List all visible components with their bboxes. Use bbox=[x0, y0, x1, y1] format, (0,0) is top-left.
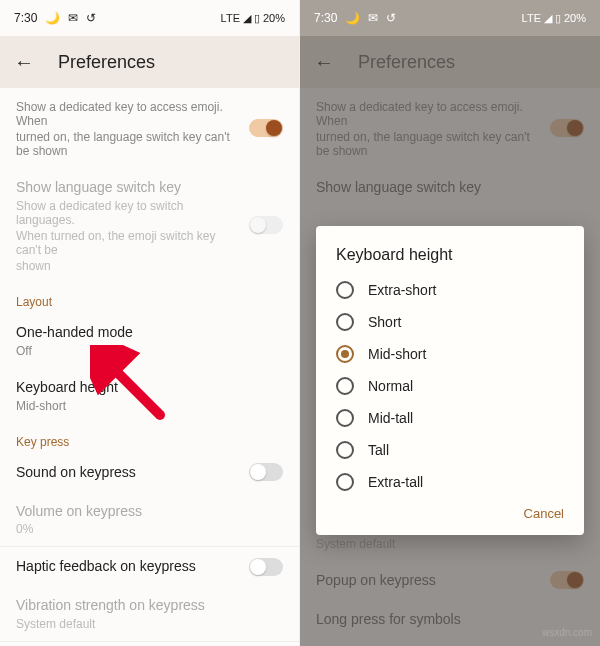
status-time: 7:30 bbox=[14, 11, 37, 25]
keyboard-height-dialog: Keyboard height Extra-short Short Mid-sh… bbox=[316, 226, 584, 535]
row-one-handed[interactable]: One-handed mode Off bbox=[0, 313, 299, 368]
vibration-title: Vibration strength on keypress bbox=[16, 596, 283, 615]
moon-icon: 🌙 bbox=[345, 11, 360, 25]
volume-keypress-title: Volume on keypress bbox=[16, 502, 283, 521]
mail-icon: ✉ bbox=[368, 11, 378, 25]
mail-icon: ✉ bbox=[68, 11, 78, 25]
page-title: Preferences bbox=[58, 52, 155, 73]
row-haptic-feedback[interactable]: Haptic feedback on keypress bbox=[0, 547, 299, 586]
screenshot-right: 7:30 🌙 ✉ ↺ LTE ◢ ▯ 20% ← Preferences bbox=[300, 0, 600, 646]
option-mid-tall[interactable]: Mid-tall bbox=[322, 402, 578, 434]
network-label: LTE bbox=[221, 12, 240, 24]
signal-icon: ◢ bbox=[243, 12, 251, 25]
signal-icon: ◢ bbox=[544, 12, 552, 25]
option-label: Short bbox=[368, 314, 401, 330]
option-label: Normal bbox=[368, 378, 413, 394]
row-vibration-strength: Vibration strength on keypress System de… bbox=[0, 586, 299, 641]
lang-switch-sub2: When turned on, the emoji switch key can… bbox=[16, 229, 237, 257]
row-volume-keypress: Volume on keypress 0% bbox=[0, 492, 299, 547]
row-popup-keypress[interactable]: Popup on keypress bbox=[0, 642, 299, 646]
toggle-language-switch bbox=[249, 216, 283, 234]
row-language-switch: Show language switch key Show a dedicate… bbox=[0, 168, 299, 283]
emoji-key-text-1: Show a dedicated key to access emoji. Wh… bbox=[16, 100, 237, 128]
radio-icon-selected bbox=[336, 345, 354, 363]
watermark: wsxdn.com bbox=[542, 627, 592, 638]
one-handed-title: One-handed mode bbox=[16, 323, 283, 342]
dialog-title: Keyboard height bbox=[322, 242, 578, 274]
back-arrow-icon[interactable]: ← bbox=[14, 51, 34, 74]
option-normal[interactable]: Normal bbox=[322, 370, 578, 402]
row-emoji-key[interactable]: Show a dedicated key to access emoji. Wh… bbox=[0, 88, 299, 168]
status-time: 7:30 bbox=[314, 11, 337, 25]
radio-icon bbox=[336, 441, 354, 459]
radio-icon bbox=[336, 281, 354, 299]
lang-switch-sub1: Show a dedicated key to switch languages… bbox=[16, 199, 237, 227]
vibration-sub: System default bbox=[16, 617, 283, 631]
app-bar: ← Preferences bbox=[0, 36, 299, 88]
toggle-haptic[interactable] bbox=[249, 558, 283, 576]
option-tall[interactable]: Tall bbox=[322, 434, 578, 466]
radio-icon bbox=[336, 377, 354, 395]
radio-icon bbox=[336, 409, 354, 427]
option-label: Extra-tall bbox=[368, 474, 423, 490]
cancel-button[interactable]: Cancel bbox=[524, 506, 564, 521]
option-label: Extra-short bbox=[368, 282, 436, 298]
refresh-icon: ↺ bbox=[86, 11, 96, 25]
haptic-title: Haptic feedback on keypress bbox=[16, 557, 237, 576]
option-label: Tall bbox=[368, 442, 389, 458]
keyboard-height-sub: Mid-short bbox=[16, 399, 283, 413]
battery-percent: 20% bbox=[564, 12, 586, 24]
lang-switch-sub3: shown bbox=[16, 259, 237, 273]
toggle-emoji-key[interactable] bbox=[249, 119, 283, 137]
lang-switch-title: Show language switch key bbox=[16, 178, 237, 197]
toggle-sound-keypress[interactable] bbox=[249, 463, 283, 481]
radio-icon bbox=[336, 473, 354, 491]
volume-keypress-sub: 0% bbox=[16, 522, 283, 536]
option-extra-tall[interactable]: Extra-tall bbox=[322, 466, 578, 498]
battery-icon: ▯ bbox=[555, 12, 561, 25]
option-extra-short[interactable]: Extra-short bbox=[322, 274, 578, 306]
keyboard-height-title: Keyboard height bbox=[16, 378, 283, 397]
status-bar: 7:30 🌙 ✉ ↺ LTE ◢ ▯ 20% bbox=[0, 0, 299, 36]
one-handed-sub: Off bbox=[16, 344, 283, 358]
status-bar: 7:30 🌙 ✉ ↺ LTE ◢ ▯ 20% bbox=[300, 0, 600, 36]
option-label: Mid-short bbox=[368, 346, 426, 362]
moon-icon: 🌙 bbox=[45, 11, 60, 25]
battery-percent: 20% bbox=[263, 12, 285, 24]
refresh-icon: ↺ bbox=[386, 11, 396, 25]
radio-icon bbox=[336, 313, 354, 331]
battery-icon: ▯ bbox=[254, 12, 260, 25]
option-short[interactable]: Short bbox=[322, 306, 578, 338]
option-mid-short[interactable]: Mid-short bbox=[322, 338, 578, 370]
network-label: LTE bbox=[522, 12, 541, 24]
option-label: Mid-tall bbox=[368, 410, 413, 426]
screenshot-left: 7:30 🌙 ✉ ↺ LTE ◢ ▯ 20% ← Preferences Sho… bbox=[0, 0, 300, 646]
row-sound-keypress[interactable]: Sound on keypress bbox=[0, 453, 299, 492]
sound-keypress-title: Sound on keypress bbox=[16, 463, 237, 482]
section-keypress: Key press bbox=[0, 423, 299, 453]
emoji-key-text-2: turned on, the language switch key can't… bbox=[16, 130, 237, 158]
section-layout: Layout bbox=[0, 283, 299, 313]
row-keyboard-height[interactable]: Keyboard height Mid-short bbox=[0, 368, 299, 423]
